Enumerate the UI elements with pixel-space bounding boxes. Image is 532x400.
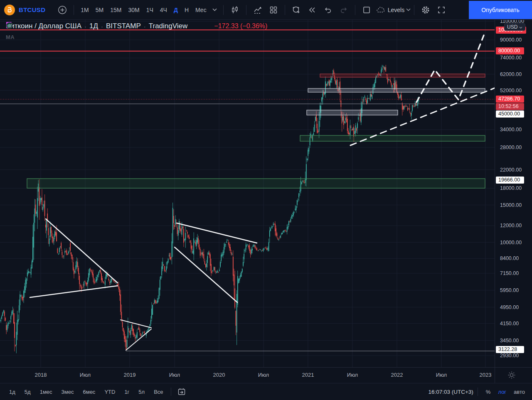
- time-tick: Июл: [258, 372, 269, 378]
- time-tick: 2020: [213, 372, 225, 378]
- range-6мес[interactable]: 6мес: [79, 387, 99, 397]
- tradingview-app: BTCUSD 1M5M15M30M1Ч4ЧДНМес: [0, 0, 532, 400]
- range-YTD[interactable]: YTD: [101, 387, 118, 397]
- toolbar-divider: [414, 5, 414, 15]
- zone-41000[interactable]: [307, 110, 398, 115]
- legend-exchange: BITSTAMP: [106, 22, 141, 30]
- timeframe-5M[interactable]: 5M: [92, 5, 107, 15]
- range-5л[interactable]: 5л: [135, 387, 148, 397]
- symbol-title[interactable]: Биткоин / Доллар США: [6, 22, 81, 30]
- layout-name-label[interactable]: Levels: [388, 7, 404, 13]
- percent-scale-button[interactable]: %: [482, 387, 495, 397]
- timeframe-1Ч[interactable]: 1Ч: [143, 5, 157, 15]
- currency-selector[interactable]: USD: [504, 23, 525, 31]
- price-tick: 3450.00: [500, 337, 519, 344]
- price-tick: 12000.00: [500, 222, 522, 229]
- price-tick: 62000.00: [500, 71, 522, 78]
- legend-interval: 1Д: [89, 22, 98, 30]
- timeframe-group: 1M5M15M30M1Ч4ЧДНМес: [77, 5, 209, 15]
- auto-scale-button[interactable]: авто: [510, 387, 529, 397]
- price-axis[interactable]: USD 110000.0090000.0074000.0062000.00520…: [495, 20, 532, 367]
- layout-select-icon[interactable]: [359, 2, 374, 18]
- bar-replay-icon[interactable]: [304, 2, 320, 18]
- price-tick: 52000.00: [500, 87, 522, 94]
- triangle-2019-upper[interactable]: [121, 320, 151, 328]
- price-badge: 19666.00: [496, 177, 524, 184]
- price-tick: 8400.00: [500, 255, 519, 262]
- time-tick: 2021: [302, 372, 314, 378]
- fullscreen-icon[interactable]: [433, 2, 449, 18]
- chart-style-candles-icon[interactable]: [227, 2, 243, 18]
- wedge-2019-upper[interactable]: [177, 223, 257, 243]
- price-tick: 2930.00: [500, 352, 519, 359]
- zone-62000[interactable]: [320, 74, 485, 77]
- triangle-2018-lower[interactable]: [30, 286, 118, 297]
- settings-gear-icon[interactable]: [418, 2, 433, 18]
- interval-dropdown-chevron-icon[interactable]: [210, 2, 220, 18]
- symbol-compare-add-icon[interactable]: [54, 2, 70, 18]
- price-badge: 45000.00: [496, 110, 524, 118]
- price-tick: 34000.00: [500, 126, 522, 133]
- undo-icon[interactable]: [320, 2, 336, 18]
- zone-52000[interactable]: [308, 88, 485, 92]
- timeframe-Д[interactable]: Д: [170, 5, 181, 15]
- price-badge: 47286.70: [496, 96, 524, 103]
- range-1д[interactable]: 1д: [6, 387, 19, 397]
- range-5д[interactable]: 5д: [21, 387, 34, 397]
- save-layout-control[interactable]: Levels: [374, 2, 411, 18]
- range-1мес[interactable]: 1мес: [37, 387, 56, 397]
- price-tick: 5950.00: [500, 287, 519, 294]
- timeframe-1M[interactable]: 1M: [77, 5, 92, 15]
- toolbar-divider: [355, 5, 355, 15]
- top-toolbar: BTCUSD 1M5M15M30M1Ч4ЧДНМес: [0, 0, 532, 20]
- zone-30000[interactable]: [300, 135, 485, 141]
- layout-chevron-down-icon[interactable]: [406, 8, 411, 11]
- price-tick: 7150.00: [500, 270, 519, 277]
- price-tick: 28000.00: [500, 144, 522, 151]
- wedge-2019-lower[interactable]: [175, 247, 237, 302]
- chart-legend: Биткоин / Доллар США · 1Д · BITSTAMP · T…: [6, 22, 267, 40]
- range-Все[interactable]: Все: [150, 387, 166, 397]
- indicators-icon[interactable]: [250, 2, 266, 18]
- candlestick-chart[interactable]: [0, 20, 495, 367]
- price-tick: 74000.00: [500, 54, 522, 61]
- toolbar-divider: [171, 388, 171, 396]
- timeframe-15M[interactable]: 15M: [107, 5, 125, 15]
- bottom-right-group: 16:07:03 (UTC+3) % лог авто: [428, 387, 532, 397]
- price-tick: 22000.00: [500, 167, 522, 173]
- range-1г[interactable]: 1г: [121, 387, 133, 397]
- range-3мес[interactable]: 3мес: [58, 387, 77, 397]
- go-to-date-icon[interactable]: [175, 385, 188, 398]
- bitcoin-logo-icon[interactable]: [4, 5, 15, 15]
- time-tick: Июл: [169, 372, 180, 378]
- log-scale-button[interactable]: лог: [494, 387, 510, 397]
- theme-sun-icon[interactable]: [507, 370, 517, 382]
- grid: [0, 20, 495, 367]
- time-tick: Июл: [347, 372, 358, 378]
- chart-pane[interactable]: Биткоин / Доллар США · 1Д · BITSTAMP · T…: [0, 20, 495, 367]
- timeframe-30M[interactable]: 30M: [125, 5, 143, 15]
- price-tick: 4950.00: [500, 304, 519, 311]
- timeframe-Мес[interactable]: Мес: [192, 5, 210, 15]
- price-tick: 10000.00: [500, 239, 522, 246]
- clock-label[interactable]: 16:07:03 (UTC+3): [428, 389, 473, 395]
- ma-indicator-label[interactable]: MA: [6, 34, 15, 40]
- timeframe-Н[interactable]: Н: [181, 5, 192, 15]
- symbol-button[interactable]: BTCUSD: [19, 6, 45, 13]
- price-tick: 15000.00: [500, 202, 522, 209]
- price-tick: 18000.00: [500, 185, 522, 191]
- zone-19666[interactable]: [27, 179, 485, 188]
- toolbar-divider: [74, 5, 74, 15]
- legend-brand: TradingView: [149, 22, 188, 30]
- publish-button[interactable]: Опубликовать: [469, 1, 532, 19]
- time-axis[interactable]: 2018Июл2019Июл2020Июл2021Июл2022Июл2023: [0, 367, 532, 383]
- range-group: 1д5д1мес3мес6месYTD1г5лВсе: [0, 387, 167, 397]
- currency-label: USD: [507, 24, 517, 30]
- timeframe-4Ч[interactable]: 4Ч: [157, 5, 170, 15]
- toolbar-divider: [223, 5, 224, 15]
- redo-icon[interactable]: [336, 2, 352, 18]
- layout-templates-icon[interactable]: [266, 2, 281, 18]
- price-tick: 4150.00: [500, 320, 519, 327]
- cloud-save-icon: [374, 2, 387, 18]
- create-alert-icon[interactable]: [288, 2, 304, 18]
